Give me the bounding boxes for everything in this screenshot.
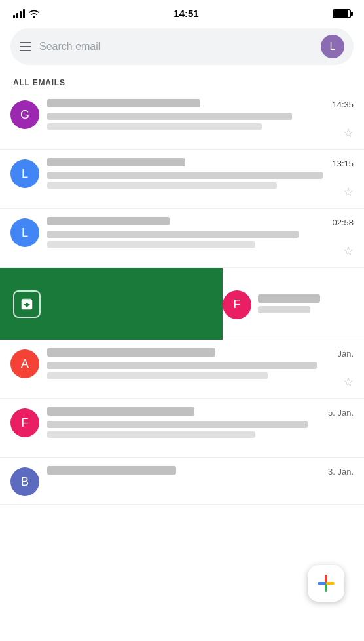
email-time: Jan.	[337, 349, 354, 359]
email-top-row: 3. Jan.	[47, 466, 354, 476]
email-content: 3. Jan.	[47, 466, 354, 478]
email-top-row: 02:58	[47, 217, 354, 227]
email-time: 3. Jan.	[328, 467, 354, 476]
email-content: Jan.	[47, 348, 354, 379]
battery-icon	[333, 9, 351, 18]
star-icon[interactable]: ☆	[343, 375, 354, 389]
email-content: 14:35	[47, 99, 354, 130]
signal-icon	[13, 9, 25, 18]
email-item[interactable]: F 5. Jan.	[0, 399, 364, 458]
email-item[interactable]: B 3. Jan.	[0, 458, 364, 505]
star-icon[interactable]: ☆	[343, 126, 354, 140]
compose-button[interactable]	[308, 565, 344, 602]
avatar: B	[10, 467, 39, 496]
email-time: 02:58	[332, 218, 354, 227]
email-content: 5. Jan.	[47, 407, 354, 438]
email-top-row: 13:15	[47, 158, 354, 168]
status-bar: 14:51	[0, 0, 364, 23]
user-avatar[interactable]: L	[321, 35, 344, 58]
avatar: L	[10, 218, 39, 247]
menu-button[interactable]	[20, 42, 31, 51]
section-header: ALL EMAILS	[0, 73, 364, 91]
swipe-email-content[interactable]: F	[223, 268, 364, 340]
email-item[interactable]: L 02:58 ☆	[0, 209, 364, 268]
status-time: 14:51	[173, 8, 198, 19]
signal-area	[13, 9, 40, 18]
swipe-action-area	[0, 268, 223, 340]
avatar: G	[10, 100, 39, 129]
archive-icon	[13, 290, 41, 318]
email-top-row: Jan.	[47, 348, 354, 359]
email-content: 13:15	[47, 158, 354, 189]
swipe-email-row[interactable]: F	[0, 268, 364, 340]
email-content	[258, 294, 354, 313]
star-icon[interactable]: ☆	[343, 244, 354, 258]
search-placeholder: Search email	[39, 41, 313, 52]
email-content: 02:58	[47, 217, 354, 248]
email-time: 13:15	[332, 159, 354, 168]
search-bar-container: Search email L	[0, 23, 364, 73]
search-bar[interactable]: Search email L	[10, 28, 354, 65]
email-time: 14:35	[332, 100, 354, 109]
email-top-row: 5. Jan.	[47, 407, 354, 418]
email-list: G 14:35 ☆ L 13:15 ☆ L 02:	[0, 91, 364, 505]
avatar: A	[10, 349, 39, 378]
email-top-row: 14:35	[47, 99, 354, 109]
email-item[interactable]: G 14:35 ☆	[0, 91, 364, 150]
email-item[interactable]: L 13:15 ☆	[0, 150, 364, 209]
email-item[interactable]: A Jan. ☆	[0, 340, 364, 399]
wifi-icon	[28, 9, 40, 18]
star-icon[interactable]: ☆	[343, 185, 354, 199]
avatar: F	[10, 408, 39, 437]
avatar: F	[223, 290, 251, 319]
avatar: L	[10, 159, 39, 188]
email-time: 5. Jan.	[328, 408, 354, 418]
